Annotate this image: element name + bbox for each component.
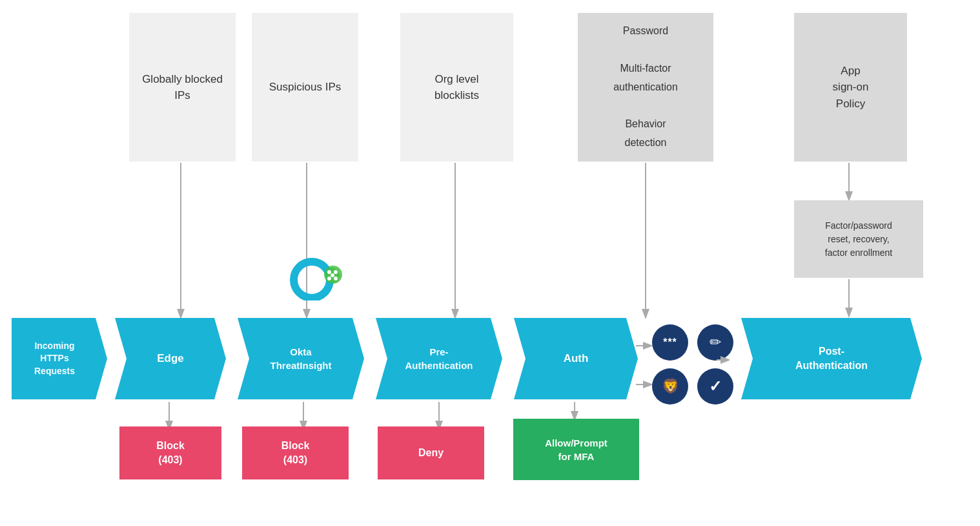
incoming-label: IncomingHTTPsRequests <box>34 340 75 378</box>
allow-mfa-label: Allow/Promptfor MFA <box>545 436 607 463</box>
suspicious-ips-box: Suspicious IPs <box>252 13 358 162</box>
check-icon-circle: ✓ <box>697 368 733 405</box>
auth-label: Auth <box>564 351 589 366</box>
check-icon: ✓ <box>709 377 722 395</box>
block-edge-label: Block(403) <box>156 439 185 468</box>
pre-auth-box: Pre-Authentication <box>376 318 502 399</box>
pencil-icon-circle: ✏ <box>697 324 733 361</box>
pre-auth-label: Pre-Authentication <box>405 345 473 372</box>
app-signon-box: Appsign-onPolicy <box>794 13 907 162</box>
auth-box: Auth <box>514 318 638 399</box>
password-icon-circle: *** <box>652 324 688 361</box>
factor-reset-label: Factor/passwordreset, recovery,factor en… <box>825 219 892 260</box>
deny-label: Deny <box>418 446 444 460</box>
app-signon-label: Appsign-onPolicy <box>833 63 869 112</box>
suspicious-ips-label: Suspicious IPs <box>269 79 342 96</box>
factor-reset-box: Factor/passwordreset, recovery,factor en… <box>794 200 923 278</box>
post-auth-box: Post-Authentication <box>741 318 922 399</box>
block-okta-box: Block(403) <box>242 426 349 479</box>
okta-ti-box: OktaThreatInsight <box>238 318 364 399</box>
allow-mfa-box: Allow/Promptfor MFA <box>513 419 639 480</box>
block-okta-label: Block(403) <box>281 439 310 468</box>
diagram: Globally blocked IPs Suspicious IPs Org … <box>0 0 980 526</box>
pencil-icon: ✏ <box>709 334 721 351</box>
globally-blocked-box: Globally blocked IPs <box>129 13 236 162</box>
org-level-box: Org levelblocklists <box>400 13 513 162</box>
incoming-requests-box: IncomingHTTPsRequests <box>12 318 107 399</box>
svg-point-15 <box>327 270 331 274</box>
globally-blocked-label: Globally blocked IPs <box>139 71 226 104</box>
auth-factors-label: PasswordMulti-factorauthenticationBehavi… <box>613 22 678 153</box>
post-auth-label: Post-Authentication <box>795 344 868 373</box>
org-level-label: Org levelblocklists <box>434 71 479 104</box>
svg-point-17 <box>327 277 331 280</box>
block-edge-box: Block(403) <box>119 426 221 479</box>
svg-point-19 <box>331 273 334 277</box>
lion-icon: 🦁 <box>662 378 679 395</box>
deny-box: Deny <box>378 426 484 479</box>
svg-point-16 <box>334 270 338 274</box>
edge-label: Edge <box>157 351 184 366</box>
edge-box: Edge <box>115 318 226 399</box>
okta-ti-label: OktaThreatInsight <box>270 345 331 372</box>
okta-logo <box>281 252 358 304</box>
svg-point-18 <box>334 277 338 280</box>
svg-point-12 <box>294 262 330 298</box>
fingerprint-icon-circle: 🦁 <box>652 368 688 405</box>
auth-factors-box: PasswordMulti-factorauthenticationBehavi… <box>578 13 713 162</box>
